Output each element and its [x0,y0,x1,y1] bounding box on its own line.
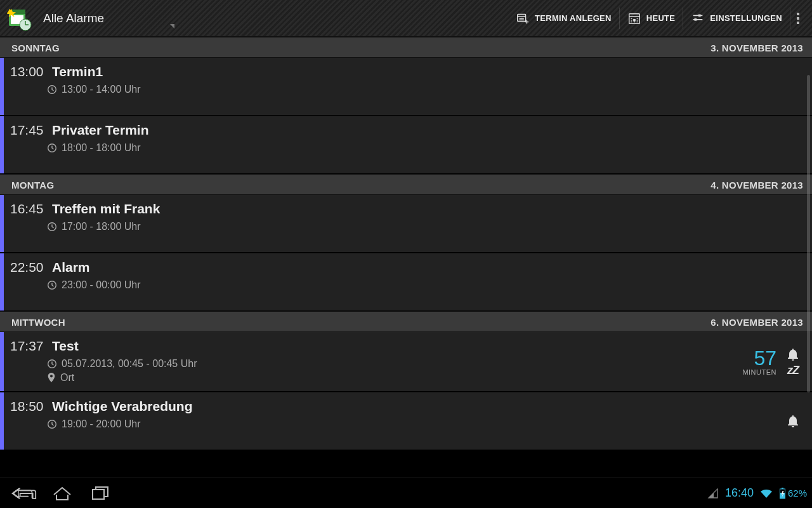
svg-rect-16 [633,18,636,21]
event-title: Privater Termin [52,123,149,138]
color-stripe [0,253,4,311]
event-location: Ort [60,372,74,384]
event-time: 13:00 [10,64,46,79]
color-stripe [0,195,4,252]
color-stripe [0,58,4,115]
settings-button[interactable]: EINSTELLUNGEN [683,0,790,37]
event-row[interactable]: 13:00Termin113:00 - 14:00 Uhr [0,57,812,116]
bell-icon [785,346,801,363]
color-stripe [0,332,4,391]
event-row[interactable]: 17:45Privater Termin18:00 - 18:00 Uhr [0,116,812,174]
section-date: 3. NOVEMBER 2013 [710,43,803,53]
recent-apps-button[interactable] [81,478,119,509]
countdown-label: MINUTEN [742,368,776,376]
svg-rect-27 [695,18,697,21]
battery-percent: 62% [788,488,807,498]
section-date: 6. NOVEMBER 2013 [710,317,803,328]
clock-icon [47,84,57,95]
today-icon [627,11,641,25]
signal-icon [707,488,719,499]
settings-label: EINSTELLUNGEN [710,13,782,23]
clock-icon [47,359,57,369]
clock-icon [47,419,57,429]
dropdown-indicator-icon [170,24,174,29]
section-header: MONTAG4. NOVEMBER 2013 [0,174,812,194]
clock-icon [47,280,57,290]
event-row[interactable]: 16:45Treffen mit Frank17:00 - 18:00 Uhr [0,194,812,253]
home-button[interactable] [43,478,81,509]
title-spinner[interactable]: Alle Alarme [43,8,508,29]
event-time: 18:50 [10,399,46,414]
event-timerange: 05.07.2013, 00:45 - 00:45 Uhr [62,358,197,370]
snooze-indicator: zZ [787,364,799,377]
create-event-icon [516,11,530,25]
page-title: Alle Alarme [43,11,104,25]
back-button[interactable] [5,478,43,509]
clock-icon [47,222,57,232]
wifi-icon [760,488,773,499]
section-day: MONTAG [11,180,54,190]
system-navigation-bar: 16:40 62% [0,478,812,508]
section-day: SONNTAG [11,43,60,53]
event-title: Alarm [52,260,90,275]
event-title: Termin1 [52,64,103,79]
event-time: 16:45 [10,201,46,217]
color-stripe [0,392,4,450]
alarm-list: SONNTAG3. NOVEMBER 201313:00Termin113:00… [0,37,812,478]
event-timerange: 17:00 - 18:00 Uhr [62,221,141,232]
settings-icon [691,11,705,25]
event-time: 17:37 [10,338,46,354]
event-time: 22:50 [10,260,46,275]
event-timerange: 13:00 - 14:00 Uhr [62,84,141,95]
create-event-label: TERMIN ANLEGEN [535,13,612,23]
event-timerange: 23:00 - 00:00 Uhr [62,279,141,291]
color-stripe [0,116,4,173]
section-header: SONNTAG3. NOVEMBER 2013 [0,37,812,57]
action-bar: Alle Alarme TERMIN ANLEGEN [0,0,812,37]
status-clock: 16:40 [725,486,754,500]
bell-icon [785,413,801,429]
section-day: MITTWOCH [11,317,65,328]
event-timerange: 18:00 - 18:00 Uhr [62,142,141,154]
countdown-value: 57 [754,348,776,368]
event-title: Treffen mit Frank [52,201,160,217]
svg-rect-25 [698,14,701,17]
section-date: 4. NOVEMBER 2013 [710,180,803,190]
event-row[interactable]: 22:50Alarm23:00 - 00:00 Uhr [0,253,812,311]
event-timerange: 19:00 - 20:00 Uhr [62,418,141,430]
app-icon[interactable] [5,4,33,32]
countdown: 57MINUTEN [742,348,776,376]
clock-icon [47,143,57,153]
event-time: 17:45 [10,123,46,138]
event-title: Test [52,338,79,354]
scrollbar[interactable] [807,75,810,478]
battery-indicator: 62% [779,488,807,499]
create-event-button[interactable]: TERMIN ANLEGEN [508,0,619,37]
event-row[interactable]: 17:37Test05.07.2013, 00:45 - 00:45 UhrOr… [0,331,812,392]
event-title: Wichtige Verabredung [52,399,193,414]
overflow-menu-button[interactable] [790,0,806,37]
event-row[interactable]: 18:50Wichtige Verabredung19:00 - 20:00 U… [0,392,812,450]
svg-rect-34 [93,490,104,499]
location-icon [47,373,56,383]
today-label: HEUTE [646,13,676,23]
section-header: MITTWOCH6. NOVEMBER 2013 [0,311,812,331]
today-button[interactable]: HEUTE [620,0,683,37]
